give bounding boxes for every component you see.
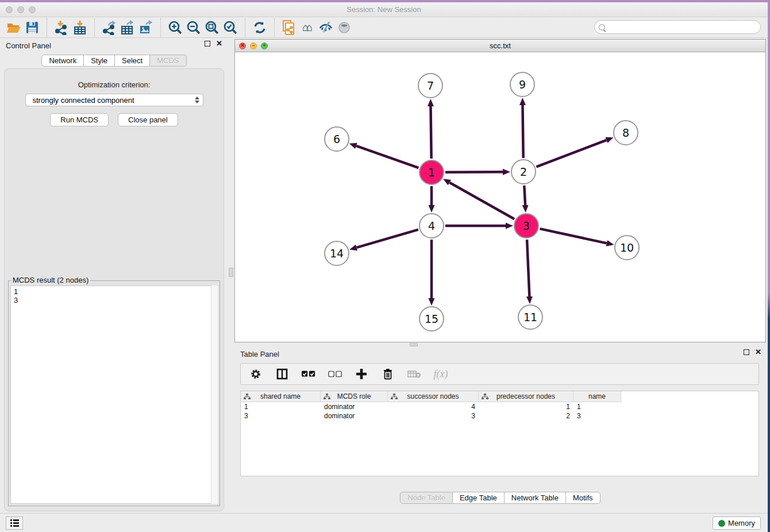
checked-boxes-icon [302,371,315,377]
edge-1-6[interactable] [356,146,418,168]
tab-style[interactable]: Style [84,55,115,67]
graph-node-2[interactable]: 2 [511,159,536,184]
result-scrollbar[interactable] [211,286,218,504]
zoom-selected-button[interactable] [221,19,240,36]
column-header-MCDS-role[interactable]: MCDS role [321,391,388,402]
graph-node-7[interactable]: 7 [418,73,443,98]
export-table-button[interactable] [118,19,137,36]
zoom-in-button[interactable] [166,19,184,36]
float-panel-icon[interactable] [205,41,210,47]
column-header-name[interactable]: name [573,391,621,402]
cell-successor-nodes[interactable]: 4 [388,402,479,411]
table-tab-edge-table[interactable]: Edge Table [453,492,505,504]
cell-shared-name[interactable]: 3 [241,411,321,421]
export-network-button[interactable] [100,19,118,36]
toggle-column-panel-button[interactable] [275,367,289,381]
edge-1-7[interactable] [430,106,431,159]
graph-node-6[interactable]: 6 [324,126,349,152]
save-session-button[interactable] [23,19,41,36]
close-panel-icon[interactable]: ✕ [216,41,222,47]
cell-MCDS-role[interactable]: dominator [321,402,388,411]
close-panel-button[interactable]: Close panel [118,113,178,126]
graph-node-15[interactable]: 15 [419,306,444,331]
table-tab-node-table[interactable]: Node Table [400,492,453,504]
graph-node-4[interactable]: 4 [419,213,444,238]
show-eye-button[interactable] [335,19,353,36]
edge-2-3[interactable] [524,186,525,205]
edge-3-1[interactable] [449,183,514,219]
toolbar-separator [245,18,245,37]
tab-select[interactable]: Select [115,55,150,67]
float-table-panel-icon[interactable] [744,349,749,355]
cell-name[interactable]: 1 [573,402,621,411]
zoom-fit-button[interactable] [203,19,221,36]
graph-node-9[interactable]: 9 [510,72,535,97]
graph-node-14[interactable]: 14 [324,241,349,266]
hide-graphics-details-button[interactable] [317,19,335,36]
network-window-titlebar[interactable]: ✕ − + scc.txt [235,40,765,52]
import-network-button[interactable] [52,19,71,36]
cell-MCDS-role[interactable]: dominator [321,411,388,421]
table-row[interactable]: 1dominator411 [241,402,759,411]
edge-2-8[interactable] [536,140,606,167]
search-input[interactable] [605,22,760,32]
run-mcds-button[interactable]: Run MCDS [50,113,109,126]
cell-successor-nodes[interactable]: 3 [388,411,479,421]
edge-1-2[interactable] [445,172,503,172]
close-table-panel-icon[interactable]: ✕ [755,349,761,355]
table-tab-motifs[interactable]: Motifs [566,492,600,504]
column-header-predecessor-nodes[interactable]: predecessor nodes [479,391,573,402]
deselect-all-button[interactable] [328,367,342,381]
optimization-label: Optimization criterion: [5,80,224,89]
zoom-selected-icon [223,20,238,35]
delete-table-icon [407,369,421,379]
tab-network[interactable]: Network [41,55,84,67]
control-panel-title: Control Panel [6,41,51,50]
optimization-select[interactable]: strongly connected component [25,94,203,106]
control-panel-tabs: NetworkStyleSelectMCDS [0,55,228,67]
column-header-successor-nodes[interactable]: successor nodes [388,391,479,402]
home-views-icon: ⌂⌂ [302,21,313,34]
home-views-button[interactable]: ⌂⌂ [298,19,317,36]
graph-node-8[interactable]: 8 [613,120,638,145]
vertical-splitter[interactable] [228,38,234,513]
import-table-button[interactable] [71,19,89,36]
export-image-button[interactable] [137,19,155,36]
cell-name[interactable]: 3 [573,411,621,421]
open-session-button[interactable] [5,19,23,36]
graph-node-3[interactable]: 3 [514,213,539,238]
export-network-icon [102,20,117,35]
refresh-icon [253,21,267,34]
mcds-result-text[interactable]: 1 3 [10,286,218,504]
function-builder-button-disabled: f(x) [434,367,448,381]
table-row[interactable]: 3dominator323 [241,411,759,421]
desktop-edge-right [768,0,770,532]
search-field[interactable] [594,20,761,34]
edge-2-9[interactable] [522,105,523,158]
network-canvas[interactable]: 7968124314101511 [235,52,765,342]
cell-predecessor-nodes[interactable]: 2 [479,411,573,421]
column-header-shared-name[interactable]: shared name [241,391,321,402]
app-titlebar: Session: New Session [0,2,768,17]
edge-3-10[interactable] [540,229,606,243]
splitter-handle[interactable] [229,268,233,277]
tab-mcds[interactable]: MCDS [150,55,186,67]
refresh-view-button[interactable] [251,19,269,36]
cell-predecessor-nodes[interactable]: 1 [479,402,573,411]
edge-4-14[interactable] [357,230,418,248]
graph-node-10[interactable]: 10 [614,235,640,260]
graph-node-1[interactable]: 1 [419,160,444,185]
settings-gear-button[interactable] [249,367,263,381]
network-from-document-button[interactable] [280,19,298,36]
zoom-out-button[interactable] [184,19,203,36]
task-history-button[interactable] [6,516,23,530]
add-column-button[interactable] [355,367,368,381]
graph-node-11[interactable]: 11 [518,304,543,330]
memory-button[interactable]: Memory [713,516,761,530]
column-label: predecessor nodes [496,392,555,400]
edge-3-11[interactable] [527,240,529,296]
select-all-button[interactable] [302,367,315,381]
table-tab-network-table[interactable]: Network Table [505,492,566,504]
delete-column-button[interactable] [381,367,395,381]
cell-shared-name[interactable]: 1 [241,402,321,411]
